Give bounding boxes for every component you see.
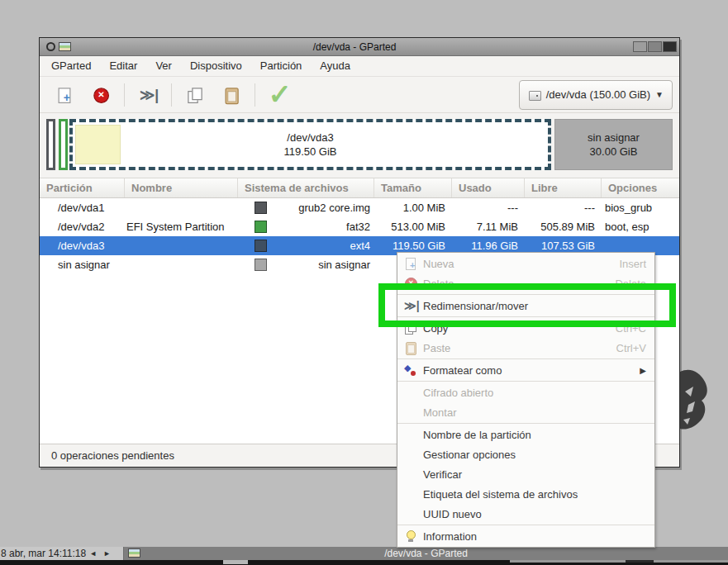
copy-icon	[187, 87, 203, 103]
partition-free: 107.53 GiB	[525, 240, 602, 252]
menu-item-label: Nombre de la partición	[423, 429, 531, 441]
paste-partition-button[interactable]	[213, 80, 250, 110]
gparted-app-icon	[59, 42, 71, 51]
disk-visual-label: /dev/vda3	[287, 131, 333, 145]
disk-visual-vda3-selected[interactable]: /dev/vda3 119.50 GiB	[69, 119, 551, 170]
maximize-button[interactable]	[648, 41, 662, 52]
used-space-indicator	[75, 125, 121, 164]
toolbar-separator	[255, 83, 255, 107]
resize-move-icon	[140, 87, 156, 103]
partition-used: ---	[452, 202, 525, 214]
disk-visual-vda2[interactable]	[59, 119, 68, 170]
disk-visual-size: 119.50 GiB	[283, 145, 336, 159]
context-menu-item-formatear-como[interactable]: Formatear como▶	[397, 360, 654, 380]
disk-visual-area: /dev/vda3 119.50 GiB sin asignar 30.00 G…	[40, 113, 679, 178]
desktop-logo-fragment	[680, 365, 715, 439]
context-menu-item-cifrado-abierto: Cifrado abierto	[397, 382, 654, 402]
clock-text: 8 abr, mar 14:11:18	[0, 548, 86, 559]
disk-visual-unallocated[interactable]: sin asignar 30.00 GiB	[554, 119, 673, 170]
menu-item-label: Gestionar opciones	[423, 449, 516, 461]
menubar-item-partici-n[interactable]: Partición	[251, 56, 312, 76]
column-header-nombre[interactable]: Nombre	[125, 178, 238, 197]
partition-flags: bios_grub	[602, 202, 679, 214]
title-bar[interactable]: /dev/vda - GParted	[40, 38, 679, 56]
menu-item-label: Formatear como	[423, 364, 502, 377]
partition-path: /dev/vda1	[40, 202, 125, 214]
column-header-opciones[interactable]: Opciones	[602, 178, 679, 197]
filesystem-cell: sin asignar	[238, 259, 374, 271]
green-highlight-annotation	[378, 283, 676, 327]
delete-partition-button[interactable]	[83, 80, 119, 110]
device-selector-value: /dev/vda (150.00 GiB)	[546, 88, 650, 101]
edge-segment	[626, 560, 654, 563]
partition-flags: boot, esp	[602, 221, 679, 233]
context-menu-item-information[interactable]: Information	[397, 526, 654, 546]
resize-move-button[interactable]	[130, 80, 166, 110]
partition-used: 11.96 GiB	[452, 240, 525, 252]
table-header: ParticiónNombreSistema de archivosTamaño…	[40, 178, 679, 198]
filesystem-cell: fat32	[238, 221, 374, 233]
desktop-prev-arrow-icon[interactable]: ◄	[86, 549, 100, 558]
busy-cursor-icon	[46, 42, 55, 51]
window-buttons	[633, 41, 677, 52]
partition-row-dev-vda1[interactable]: /dev/vda1grub2 core.img1.00 MiB------bio…	[40, 198, 679, 217]
filesystem-color-swatch	[255, 221, 267, 233]
column-header-tama-o[interactable]: Tamaño	[374, 178, 452, 197]
unallocated-label: sin asignar	[588, 131, 640, 145]
copy-partition-button[interactable]	[177, 80, 213, 110]
menu-item-icon-space	[404, 428, 417, 441]
context-menu-item-gestionar-opciones[interactable]: Gestionar opciones	[397, 444, 654, 464]
menu-separator	[397, 358, 654, 359]
taskbar: 8 abr, mar 14:11:18 ◄ ► /dev/vda - GPart…	[0, 547, 728, 560]
new-partition-button[interactable]	[46, 80, 83, 110]
apply-operations-button[interactable]	[260, 80, 297, 110]
menubar-item-gparted[interactable]: GParted	[42, 56, 100, 76]
new-icon	[404, 257, 417, 270]
partition-path: /dev/vda2	[40, 221, 125, 233]
menu-item-shortcut: Ctrl+V	[600, 342, 646, 354]
menu-separator	[397, 423, 654, 424]
format-icon	[404, 363, 417, 377]
column-header-partici-n[interactable]: Partición	[40, 178, 125, 197]
partition-path: /dev/vda3	[40, 240, 125, 252]
taskbar-task-button[interactable]: /dev/vda - GParted	[124, 547, 728, 560]
context-menu-item-uuid-nuevo[interactable]: UUID nuevo	[397, 504, 654, 524]
menu-item-icon-space	[404, 507, 417, 520]
menubar-item-editar[interactable]: Editar	[100, 56, 146, 76]
partition-size: 513.00 MiB	[374, 221, 452, 233]
menubar-item-dispositivo[interactable]: Dispositivo	[181, 56, 251, 76]
menubar-item-ayuda[interactable]: Ayuda	[311, 56, 359, 76]
toolbar-separator	[124, 83, 125, 107]
context-menu-item-etiqueta-del-sistema-de-archivos[interactable]: Etiqueta del sistema de archivos	[397, 484, 654, 504]
menu-item-label: UUID nuevo	[423, 508, 482, 520]
info-icon	[404, 529, 417, 543]
filesystem-label: fat32	[346, 221, 374, 233]
menu-item-label: Etiqueta del sistema de archivos	[423, 488, 578, 501]
menubar-item-ver[interactable]: Ver	[146, 56, 181, 76]
window-title: /dev/vda - GParted	[76, 41, 633, 53]
minimize-button[interactable]	[633, 41, 647, 52]
new-partition-icon	[56, 87, 73, 103]
context-menu-item-nombre-de-la-partici-n[interactable]: Nombre de la partición	[397, 425, 654, 444]
menu-item-label: Verificar	[423, 468, 462, 481]
device-selector-dropdown[interactable]: /dev/vda (150.00 GiB)▼	[519, 80, 673, 110]
menu-item-shortcut: Insert	[602, 258, 646, 270]
desktop-next-arrow-icon[interactable]: ►	[100, 549, 114, 558]
taskbar-task-title: /dev/vda - GParted	[384, 548, 468, 559]
column-header-libre[interactable]: Libre	[525, 178, 602, 197]
pending-operations-text: 0 operaciones pendientes	[51, 449, 174, 462]
partition-used: 7.11 MiB	[452, 221, 525, 233]
column-header-sistema-de-archivos[interactable]: Sistema de archivos	[238, 178, 374, 197]
filesystem-color-swatch	[255, 202, 267, 214]
filesystem-color-swatch	[255, 240, 267, 252]
unallocated-size: 30.00 GiB	[590, 145, 638, 159]
close-button[interactable]	[663, 41, 677, 52]
edge-segment	[510, 560, 728, 563]
disk-visual-vda1[interactable]	[46, 119, 55, 170]
toolbar: /dev/vda (150.00 GiB)▼	[40, 77, 679, 113]
partition-row-dev-vda2[interactable]: /dev/vda2EFI System Partitionfat32513.00…	[40, 217, 679, 236]
column-header-usado[interactable]: Usado	[452, 178, 525, 197]
filesystem-label: ext4	[350, 240, 374, 252]
context-menu-item-verificar[interactable]: Verificar	[397, 464, 654, 484]
partition-free: 505.89 MiB	[525, 221, 602, 233]
